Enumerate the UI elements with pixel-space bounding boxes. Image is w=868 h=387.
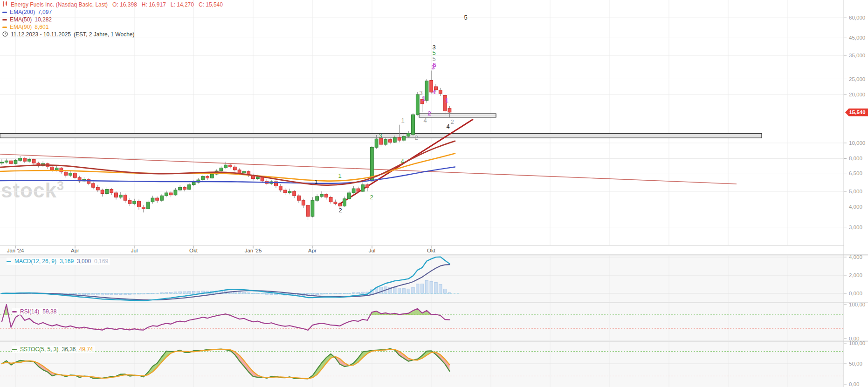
ema50-swatch-icon [2, 19, 7, 20]
macd-legend: MACD(12, 26, 9) 3,169 3,000 0,169 [7, 258, 110, 265]
svg-text:35,000: 35,000 [849, 53, 865, 58]
ema50-label: EMA(50) [10, 16, 32, 23]
ema50-value: 10,282 [34, 16, 52, 23]
svg-text:Jan '24: Jan '24 [7, 248, 24, 253]
ema90-legend: EMA(90) 8,601 [2, 24, 223, 30]
ema50-legend: EMA(50) 10,282 [2, 17, 223, 22]
svg-text:6,500: 6,500 [849, 170, 862, 176]
chart-canvas[interactable]: stock3121234123412435553542160,00045,000… [0, 0, 868, 387]
macd-signal-value: 3,000 [77, 258, 91, 265]
instrument-name: Energy Fuels Inc. (Nasdaq Basic, Last) [11, 1, 108, 8]
svg-text:Jul: Jul [369, 248, 376, 253]
sstoc-legend: SSTOC(5, 5, 3) 36,36 49,74 [12, 346, 95, 353]
macd-label: MACD(12, 26, 9) [14, 258, 56, 265]
macd-swatch-icon [7, 261, 11, 262]
macd-hist-value: 0,169 [94, 258, 108, 265]
svg-text:2: 2 [414, 134, 418, 141]
svg-text:2: 2 [427, 110, 431, 117]
svg-text:2: 2 [338, 207, 342, 214]
date-range-row: 11.12.2023 - 10.11.2025 (EST, 2 Jahre, 1… [2, 32, 223, 37]
svg-text:4,000: 4,000 [849, 254, 862, 260]
rsi-legend: RSI(14) 59,38 [12, 308, 58, 315]
svg-text:1: 1 [401, 117, 404, 124]
close-value: C: 15,540 [199, 1, 223, 8]
rsi-swatch-icon [12, 311, 17, 312]
svg-text:8,000: 8,000 [849, 156, 862, 161]
svg-text:Jan '25: Jan '25 [245, 248, 262, 253]
ema90-swatch-icon [2, 27, 7, 28]
svg-text:50,00: 50,00 [849, 361, 862, 367]
svg-text:2: 2 [450, 118, 454, 125]
sstoc-d-value: 49,74 [79, 346, 93, 353]
ema200-label: EMA(200) [10, 9, 35, 15]
open-value: O: 16,398 [112, 1, 137, 8]
svg-text:1: 1 [338, 172, 341, 179]
svg-text:4: 4 [432, 88, 436, 95]
ema90-label: EMA(90) [10, 24, 32, 30]
svg-text:100,00: 100,00 [849, 340, 865, 346]
last-price-badge[interactable]: 15,540 [845, 109, 868, 116]
svg-text:4: 4 [446, 123, 449, 130]
svg-text:0,000: 0,000 [849, 291, 862, 296]
clock-icon [2, 31, 8, 38]
ema90-value: 8,601 [34, 24, 48, 30]
svg-text:5: 5 [464, 14, 467, 21]
date-range: 11.12.2023 - 10.11.2025 [11, 31, 71, 38]
svg-text:2,000: 2,000 [849, 272, 862, 278]
ema200-value: 7,097 [38, 9, 52, 15]
sstoc-label: SSTOC(5, 5, 3) [20, 346, 58, 353]
svg-text:60,000: 60,000 [849, 15, 865, 20]
low-value: L: 14,270 [171, 1, 194, 8]
svg-text:1: 1 [422, 95, 425, 102]
candlestick-icon [2, 1, 8, 8]
svg-text:10,000: 10,000 [849, 140, 865, 146]
sstoc-k-value: 36,36 [62, 346, 76, 353]
svg-text:Jul: Jul [131, 248, 138, 253]
svg-text:1: 1 [445, 97, 448, 104]
svg-text:Okt: Okt [189, 248, 198, 253]
svg-text:5: 5 [432, 55, 435, 62]
svg-text:100,00: 100,00 [849, 302, 865, 307]
svg-text:Apr: Apr [71, 248, 79, 253]
svg-text:Apr: Apr [308, 248, 317, 253]
svg-text:0,00: 0,00 [849, 381, 859, 387]
instrument-row: Energy Fuels Inc. (Nasdaq Basic, Last) O… [2, 2, 223, 7]
svg-text:25,000: 25,000 [849, 76, 865, 82]
sstoc-swatch-icon [12, 349, 17, 350]
rsi-value: 59,38 [42, 308, 56, 315]
svg-text:4: 4 [423, 117, 427, 124]
macd-value: 3,169 [60, 258, 74, 265]
svg-text:3: 3 [432, 44, 435, 51]
svg-text:5,000: 5,000 [849, 189, 862, 194]
svg-text:3: 3 [379, 132, 382, 139]
svg-text:5: 5 [433, 61, 436, 68]
svg-text:4,000: 4,000 [849, 204, 862, 210]
svg-text:Okt: Okt [427, 248, 436, 253]
svg-text:2: 2 [370, 194, 373, 201]
rsi-label: RSI(14) [20, 308, 39, 315]
high-value: H: 16,917 [142, 1, 166, 8]
main-legend: Energy Fuels Inc. (Nasdaq Basic, Last) O… [2, 2, 223, 37]
watermark: stock3 [1, 179, 64, 202]
svg-text:3,000: 3,000 [849, 224, 862, 230]
svg-text:4: 4 [400, 158, 404, 165]
svg-text:20,000: 20,000 [849, 92, 865, 97]
chart-window: stock3121234123412435553542160,00045,000… [0, 0, 868, 387]
ema200-legend: EMA(200) 7,097 [2, 9, 223, 15]
ema200-swatch-icon [2, 12, 7, 13]
date-range-detail: (EST, 2 Jahre, 1 Woche) [74, 31, 135, 38]
svg-text:45,000: 45,000 [849, 35, 865, 41]
svg-text:1: 1 [314, 178, 317, 185]
